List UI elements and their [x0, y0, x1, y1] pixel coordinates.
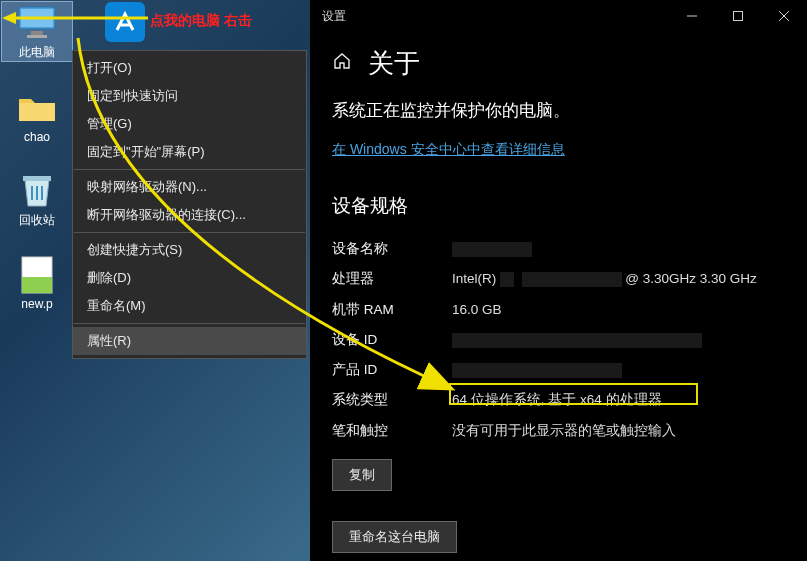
spec-value: Intel(R) @ 3.30GHz 3.30 GHz: [452, 269, 785, 289]
spec-row-device-name: 设备名称: [332, 239, 785, 259]
svg-rect-3: [27, 35, 47, 38]
menu-item-pin-quick[interactable]: 固定到快速访问: [73, 82, 306, 110]
menu-item-properties[interactable]: 属性(R): [73, 327, 306, 355]
menu-item-rename[interactable]: 重命名(M): [73, 292, 306, 320]
menu-item-pin-start[interactable]: 固定到"开始"屏幕(P): [73, 138, 306, 166]
svg-rect-7: [22, 277, 52, 293]
window-title: 设置: [322, 8, 346, 25]
desktop-icon-folder[interactable]: chao: [2, 88, 72, 144]
spec-row-system-type: 系统类型 64 位操作系统, 基于 x64 的处理器: [332, 390, 785, 410]
desktop-icon-label: 回收站: [19, 213, 55, 227]
recycle-bin-icon: [15, 170, 59, 210]
spec-value: 没有可用于此显示器的笔或触控输入: [452, 421, 785, 441]
maximize-button[interactable]: [715, 0, 761, 32]
section-heading-specs: 设备规格: [332, 193, 785, 219]
folder-icon: [15, 88, 59, 128]
spec-label: 设备 ID: [332, 330, 452, 350]
menu-separator: [74, 232, 305, 233]
menu-item-create-shortcut[interactable]: 创建快捷方式(S): [73, 236, 306, 264]
spec-label: 产品 ID: [332, 360, 452, 380]
spec-value: [452, 330, 785, 350]
home-icon[interactable]: [332, 51, 352, 76]
file-icon: [15, 255, 59, 295]
spec-label: 笔和触控: [332, 421, 452, 441]
spec-value: [452, 360, 785, 380]
page-header: 关于: [310, 32, 807, 99]
annotation-text: 点我的电脑 右击: [150, 12, 252, 30]
spec-label: 系统类型: [332, 390, 452, 410]
svg-rect-5: [23, 176, 51, 181]
menu-item-map-drive[interactable]: 映射网络驱动器(N)...: [73, 173, 306, 201]
spec-value: 16.0 GB: [452, 300, 785, 320]
desktop-icon-label: new.p: [21, 297, 52, 311]
spec-row-processor: 处理器 Intel(R) @ 3.30GHz 3.30 GHz: [332, 269, 785, 289]
menu-item-disconnect-drive[interactable]: 断开网络驱动器的连接(C)...: [73, 201, 306, 229]
menu-item-open[interactable]: 打开(O): [73, 54, 306, 82]
titlebar: 设置: [310, 0, 807, 32]
svg-rect-12: [734, 12, 743, 21]
redacted: [452, 242, 532, 257]
security-center-link[interactable]: 在 Windows 安全中心中查看详细信息: [332, 141, 565, 159]
close-button[interactable]: [761, 0, 807, 32]
redacted: [452, 363, 622, 378]
menu-item-manage[interactable]: 管理(G): [73, 110, 306, 138]
menu-item-delete[interactable]: 删除(D): [73, 264, 306, 292]
desktop-icon-label: chao: [24, 130, 50, 144]
minimize-button[interactable]: [669, 0, 715, 32]
context-menu: 打开(O) 固定到快速访问 管理(G) 固定到"开始"屏幕(P) 映射网络驱动器…: [72, 50, 307, 359]
svg-rect-2: [31, 31, 43, 35]
menu-separator: [74, 169, 305, 170]
spec-row-pen-touch: 笔和触控 没有可用于此显示器的笔或触控输入: [332, 421, 785, 441]
spec-row-product-id: 产品 ID: [332, 360, 785, 380]
protection-status: 系统正在监控并保护你的电脑。: [332, 99, 785, 122]
copy-button[interactable]: 复制: [332, 459, 392, 491]
desktop-icon-file[interactable]: new.p: [2, 255, 72, 311]
menu-separator: [74, 323, 305, 324]
redacted: [500, 272, 514, 287]
svg-marker-9: [2, 12, 16, 24]
spec-label: 机带 RAM: [332, 300, 452, 320]
settings-window: 设置 关于 系统正在监控并保护你的电脑。 在 Windows 安全中心中查看详细…: [310, 0, 807, 561]
annotation-arrow-left: [0, 8, 150, 28]
redacted: [452, 333, 702, 348]
redacted: [522, 272, 622, 287]
spec-label: 设备名称: [332, 239, 452, 259]
desktop-icon-recycle[interactable]: 回收站: [2, 170, 72, 229]
spec-label: 处理器: [332, 269, 452, 289]
desktop-icon-label: 此电脑: [19, 45, 55, 59]
spec-row-device-id: 设备 ID: [332, 330, 785, 350]
rename-pc-button[interactable]: 重命名这台电脑: [332, 521, 457, 553]
spec-value: 64 位操作系统, 基于 x64 的处理器: [452, 390, 785, 410]
spec-value: [452, 239, 785, 259]
spec-row-ram: 机带 RAM 16.0 GB: [332, 300, 785, 320]
page-title: 关于: [368, 46, 420, 81]
